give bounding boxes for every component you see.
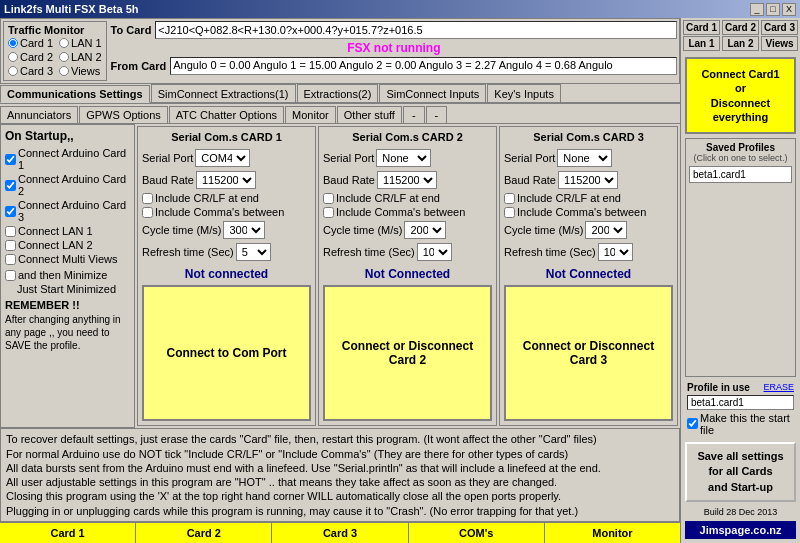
tab-atc-chatter[interactable]: ATC Chatter Options (169, 106, 284, 123)
lan1-radio[interactable] (59, 38, 69, 48)
card3-baud-select[interactable]: 115200 (558, 171, 618, 189)
bottom-tab-card3[interactable]: Card 3 (272, 523, 408, 543)
tab-gpws[interactable]: GPWS Options (79, 106, 168, 123)
window-controls: _ □ X (750, 3, 796, 16)
saved-profiles-subtitle: (Click on one to select.) (689, 153, 792, 163)
card3-serial-select[interactable]: None (557, 149, 612, 167)
note-line-4: All user adjustable settings in this pro… (6, 475, 674, 489)
tab-simconnect-ext1[interactable]: SimConnect Extractions(1) (151, 84, 296, 102)
startup-lan1-check[interactable] (5, 226, 16, 237)
card2-title: Serial Com.s CARD 2 (323, 131, 492, 143)
lan2-radio[interactable] (59, 52, 69, 62)
profile-item-beta1[interactable]: beta1.card1 (689, 166, 792, 183)
bottom-tabs: Card 1 Card 2 Card 3 COM's Monitor (0, 522, 680, 543)
tab-keys-inputs[interactable]: Key's Inputs (487, 84, 561, 102)
card3-comma-check[interactable] (504, 207, 515, 218)
note-line-3: All data bursts sent from the Arduino mu… (6, 461, 674, 475)
tab-dash2[interactable]: - (426, 106, 448, 123)
card1-baud-select[interactable]: 115200 (196, 171, 256, 189)
startup-lan2-label: Connect LAN 2 (18, 239, 93, 251)
to-card-label: To Card (111, 24, 152, 36)
on-startup-title: On Startup,, (5, 129, 130, 143)
views-label: Views (71, 65, 100, 77)
card3-panel: Serial Com.s CARD 3 Serial Port None Bau… (499, 126, 678, 426)
lan-radio-group: LAN 1 LAN 2 Views (59, 36, 102, 78)
from-card-value: Angulo 0 = 0.00 Angulo 1 = 15.00 Angulo … (170, 57, 677, 75)
right-tab-lan2[interactable]: Lan 2 (722, 36, 759, 51)
startup-card1-check[interactable] (5, 154, 16, 165)
profile-in-use-value: beta1.card1 (687, 395, 794, 410)
card1-connect-btn[interactable]: Connect to Com Port (142, 285, 311, 421)
tab-comm-settings[interactable]: Communications Settings (0, 85, 150, 103)
right-tab-card2[interactable]: Card 2 (722, 20, 759, 35)
card3-radio[interactable] (8, 66, 18, 76)
card1-serial-select[interactable]: COM4 (195, 149, 250, 167)
card1-cycle-label: Cycle time (M/s) (142, 224, 221, 236)
bottom-tab-card1[interactable]: Card 1 (0, 523, 136, 543)
jimspage-link[interactable]: Jimspage.co.nz (685, 521, 796, 539)
card-radio-group: Card 1 Card 2 Card 3 (8, 36, 53, 78)
left-panel: On Startup,, Connect Arduino Card 1 Conn… (0, 124, 135, 428)
card2-not-connected: Not Connected (323, 267, 492, 281)
card2-refresh-label: Refresh time (Sec) (323, 246, 415, 258)
card1-cycle-select[interactable]: 300 (223, 221, 265, 239)
startup-card2-label: Connect Arduino Card 2 (18, 173, 130, 197)
card2-connect-btn[interactable]: Connect or Disconnect Card 2 (323, 285, 492, 421)
cards-area: Serial Com.s CARD 1 Serial Port COM4 Bau… (135, 124, 680, 428)
card3-crlf-check[interactable] (504, 193, 515, 204)
card2-refresh-select[interactable]: 10 (417, 243, 452, 261)
tab-annunciators[interactable]: Annunciators (0, 106, 78, 123)
card3-connect-btn[interactable]: Connect or Disconnect Card 3 (504, 285, 673, 421)
tab-monitor[interactable]: Monitor (285, 106, 336, 123)
right-tab-card3[interactable]: Card 3 (761, 20, 798, 35)
right-tab-views[interactable]: Views (761, 36, 798, 51)
card2-baud-select[interactable]: 115200 (377, 171, 437, 189)
card1-comma-label: Include Comma's between (155, 206, 284, 218)
connect-all-btn[interactable]: Connect Card1 or Disconnect everything (685, 57, 796, 134)
right-tab-card1[interactable]: Card 1 (683, 20, 720, 35)
saved-profiles-title: Saved Profiles (689, 142, 792, 153)
make-startfile-check[interactable] (687, 418, 698, 429)
save-all-btn[interactable]: Save all settings for all Cards and Star… (685, 442, 796, 502)
card3-title: Serial Com.s CARD 3 (504, 131, 673, 143)
card3-cycle-select[interactable]: 200 (585, 221, 627, 239)
from-card-label: From Card (111, 60, 167, 72)
right-tab-lan1[interactable]: Lan 1 (683, 36, 720, 51)
tab-extractions2[interactable]: Extractions(2) (297, 84, 379, 102)
minimize-check[interactable] (5, 270, 16, 281)
tab-simconnect-inputs[interactable]: SimConnect Inputs (379, 84, 486, 102)
card2-cycle-select[interactable]: 200 (404, 221, 446, 239)
startup-lan2-check[interactable] (5, 240, 16, 251)
card3-label: Card 3 (20, 65, 53, 77)
card1-crlf-check[interactable] (142, 193, 153, 204)
card3-cycle-label: Cycle time (M/s) (504, 224, 583, 236)
remember-text: After changing anything in any page ,, y… (5, 313, 130, 352)
bottom-tab-monitor[interactable]: Monitor (545, 523, 680, 543)
tab-other-stuff[interactable]: Other stuff (337, 106, 402, 123)
bottom-tab-card2[interactable]: Card 2 (136, 523, 272, 543)
card1-refresh-select[interactable]: 5 (236, 243, 271, 261)
startup-card3-check[interactable] (5, 206, 16, 217)
card3-baud-label: Baud Rate (504, 174, 556, 186)
to-card-input[interactable]: <J210<Q+082.8<R+130.0?x+000.4?y+015.7?z+… (155, 21, 677, 39)
minimize-btn[interactable]: _ (750, 3, 764, 16)
startup-card2-check[interactable] (5, 180, 16, 191)
note-line-1: To recover default settings, just erase … (6, 432, 674, 446)
maximize-btn[interactable]: □ (766, 3, 780, 16)
card2-radio[interactable] (8, 52, 18, 62)
views-radio[interactable] (59, 66, 69, 76)
note-line-2: For normal Arduino use do NOT tick "Incl… (6, 447, 674, 461)
tab-dash1[interactable]: - (403, 106, 425, 123)
card2-crlf-check[interactable] (323, 193, 334, 204)
card1-radio[interactable] (8, 38, 18, 48)
app-title: Link2fs Multi FSX Beta 5h (4, 3, 138, 15)
bottom-tab-coms[interactable]: COM's (409, 523, 545, 543)
card2-comma-check[interactable] (323, 207, 334, 218)
card1-comma-check[interactable] (142, 207, 153, 218)
card2-cycle-label: Cycle time (M/s) (323, 224, 402, 236)
erase-btn[interactable]: ERASE (763, 382, 794, 392)
close-btn[interactable]: X (782, 3, 796, 16)
card2-serial-select[interactable]: None (376, 149, 431, 167)
card3-refresh-select[interactable]: 10 (598, 243, 633, 261)
startup-multiviews-check[interactable] (5, 254, 16, 265)
